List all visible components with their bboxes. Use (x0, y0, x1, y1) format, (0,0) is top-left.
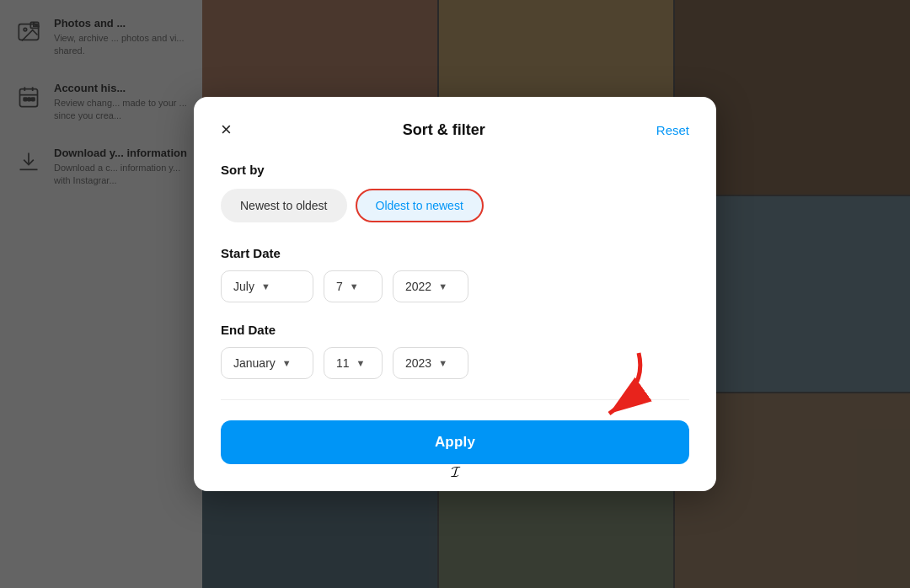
end-year-chevron: ▼ (438, 358, 447, 368)
cursor-indicator: 𝓘 (451, 463, 460, 481)
end-date-section: End Date January ▼ 11 ▼ 2023 ▼ (221, 323, 689, 379)
start-month-chevron: ▼ (261, 281, 270, 291)
start-date-section: Start Date July ▼ 7 ▼ 2022 ▼ (221, 246, 689, 302)
end-day-value: 11 (336, 356, 350, 370)
end-date-row: January ▼ 11 ▼ 2023 ▼ (221, 347, 689, 379)
start-month-select[interactable]: July ▼ (221, 270, 313, 302)
modal-title: Sort & filter (403, 121, 485, 139)
modal-header: × Sort & filter Reset (221, 120, 689, 139)
start-day-chevron: ▼ (350, 281, 359, 291)
end-month-select[interactable]: January ▼ (221, 347, 313, 379)
end-month-value: January (233, 356, 276, 370)
sort-options: Newest to oldest Oldest to newest (221, 189, 689, 222)
modal-overlay: × Sort & filter Reset Sort by Newest to … (0, 0, 910, 588)
start-year-chevron: ▼ (438, 281, 447, 291)
reset-button[interactable]: Reset (656, 123, 689, 137)
start-date-label: Start Date (221, 246, 689, 260)
start-day-value: 7 (336, 280, 343, 293)
start-year-select[interactable]: 2022 ▼ (393, 270, 468, 302)
end-day-chevron: ▼ (356, 358, 366, 368)
end-month-chevron: ▼ (282, 358, 292, 368)
apply-button[interactable]: Apply (221, 420, 689, 464)
sort-filter-modal: × Sort & filter Reset Sort by Newest to … (194, 97, 716, 491)
sort-oldest-button[interactable]: Oldest to newest (356, 189, 484, 222)
end-year-select[interactable]: 2023 ▼ (393, 347, 468, 379)
end-day-select[interactable]: 11 ▼ (324, 347, 383, 379)
start-month-value: July (233, 280, 254, 293)
close-button[interactable]: × (221, 120, 232, 139)
end-date-label: End Date (221, 323, 689, 337)
end-year-value: 2023 (405, 356, 431, 370)
start-date-row: July ▼ 7 ▼ 2022 ▼ (221, 270, 689, 302)
sort-by-label: Sort by (221, 163, 689, 177)
sort-newest-button[interactable]: Newest to oldest (221, 189, 347, 222)
start-day-select[interactable]: 7 ▼ (324, 270, 383, 302)
start-year-value: 2022 (405, 280, 431, 293)
modal-divider (221, 399, 689, 400)
sort-by-section: Sort by Newest to oldest Oldest to newes… (221, 163, 689, 222)
apply-section: Apply 𝓘 (221, 420, 689, 464)
